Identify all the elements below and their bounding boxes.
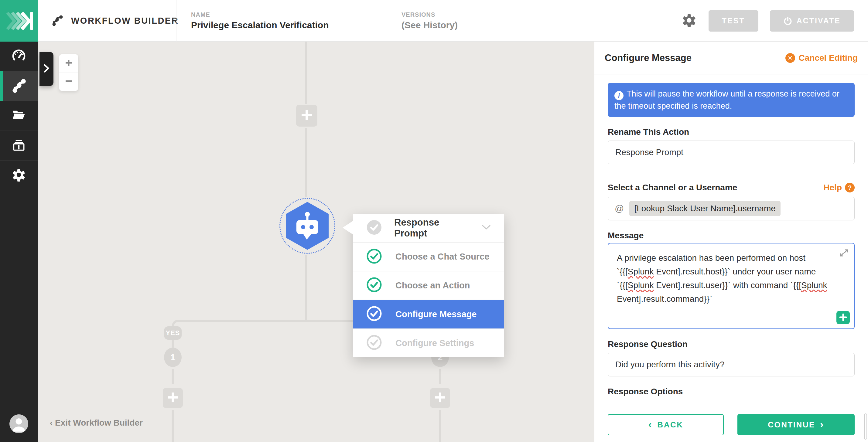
step-item-choose-an-action[interactable]: Choose an Action [353, 272, 504, 300]
gauge-icon [11, 48, 26, 65]
step-item-label: Configure Settings [396, 338, 474, 348]
workflow-builder-app: WORKFLOW BUILDER NAME Privilege Escalati… [0, 0, 868, 442]
sidebar-item-settings[interactable] [0, 161, 38, 190]
panel-body: iThis will pause the workflow until a re… [594, 83, 868, 435]
sidebar-item-dashboard[interactable] [0, 41, 38, 71]
response-options-label: Response Options [608, 387, 855, 397]
chevron-down-icon[interactable] [482, 225, 491, 231]
power-icon [783, 17, 793, 26]
step-menu-title: Response Prompt [394, 217, 469, 239]
back-button[interactable]: ‹ BACK [608, 414, 724, 435]
settings-gear-icon[interactable] [681, 12, 697, 29]
cancel-editing-label: Cancel Editing [799, 53, 858, 63]
zoom-out-button[interactable] [59, 73, 78, 91]
response-prompt-node[interactable] [279, 198, 335, 254]
plus-icon [839, 313, 847, 322]
rename-action-label: Rename This Action [608, 127, 855, 137]
canvas-zoom-controls [59, 54, 78, 91]
step-done-icon [366, 277, 382, 294]
response-question-input[interactable] [608, 353, 855, 376]
minus-icon [65, 77, 72, 86]
popup-pointer [343, 221, 353, 235]
step-item-configure-message[interactable]: Configure Message [353, 300, 504, 329]
folder-icon [11, 107, 27, 124]
panel-scrollbar-thumb[interactable] [864, 413, 867, 440]
brand-logo[interactable] [0, 0, 38, 41]
pause-info-banner: iThis will pause the workflow until a re… [608, 83, 855, 117]
plus-icon [167, 391, 179, 404]
step-item-label: Choose an Action [396, 281, 470, 290]
activate-button[interactable]: ACTIVATE [770, 10, 854, 32]
brand-chevrons-icon [0, 0, 38, 41]
step-item-label: Choose a Chat Source [396, 252, 489, 262]
step-item-configure-settings[interactable]: Configure Settings [353, 329, 504, 357]
versions-label: VERSIONS [402, 11, 458, 18]
help-question-icon: ? [845, 183, 855, 192]
sidebar-item-plugins[interactable] [0, 101, 38, 131]
help-link[interactable]: Help ? [824, 183, 855, 192]
branch-node-1[interactable]: 1 [164, 348, 182, 367]
step-item-choose-chat-source[interactable]: Choose a Chat Source [353, 243, 504, 272]
branch-label-yes: YES [164, 326, 182, 340]
plus-icon [301, 109, 313, 122]
back-button-label: BACK [657, 420, 683, 430]
channel-username-input[interactable]: @ [Lookup Slack User Name].username [608, 197, 855, 220]
response-question-label: Response Question [608, 339, 855, 349]
help-label: Help [824, 183, 842, 192]
add-step-button-no-branch[interactable] [430, 388, 450, 408]
test-button[interactable]: TEST [709, 10, 758, 32]
panel-title: Configure Message [605, 53, 691, 63]
sidebar-item-jobs[interactable] [0, 131, 38, 161]
continue-button[interactable]: CONTINUE › [737, 414, 855, 435]
continue-button-label: CONTINUE [768, 420, 815, 430]
message-text: A privilege escalation has been performe… [617, 253, 827, 303]
add-step-button-top[interactable] [296, 105, 317, 127]
plus-icon [65, 59, 72, 68]
name-label: NAME [191, 11, 329, 18]
exit-workflow-builder-link[interactable]: ‹ Exit Workflow Builder [50, 418, 143, 428]
jobs-icon [11, 137, 26, 154]
sidebar-item-workflows[interactable] [0, 71, 38, 101]
section-divider [608, 176, 855, 176]
workflow-name-field: NAME Privilege Escalation Verification [191, 0, 329, 41]
activate-button-label: ACTIVATE [797, 17, 841, 25]
chevron-right-icon: › [820, 419, 824, 429]
step-done-icon [366, 248, 382, 265]
chatbot-hexagon-icon[interactable] [286, 202, 329, 250]
step-check-icon [366, 219, 382, 236]
zoom-in-button[interactable] [59, 54, 78, 73]
user-avatar[interactable] [9, 414, 28, 433]
banner-text: This will pause the workflow until a res… [614, 89, 839, 110]
add-variable-button[interactable] [836, 311, 850, 324]
sidebar-expand-tab[interactable] [39, 52, 54, 86]
workflow-name: Privilege Escalation Verification [191, 20, 329, 30]
step-disabled-icon [366, 335, 382, 351]
chevron-left-icon: ‹ [648, 419, 653, 429]
top-bar: WORKFLOW BUILDER NAME Privilege Escalati… [0, 0, 868, 41]
at-sign: @ [615, 203, 624, 214]
rename-action-input[interactable] [608, 140, 855, 164]
info-icon: i [614, 91, 623, 100]
add-step-button-yes-branch[interactable] [163, 388, 183, 408]
see-history-link[interactable]: (See History) [402, 20, 458, 30]
topbar-divider [176, 0, 177, 41]
message-label: Message [608, 231, 855, 241]
message-textarea[interactable]: A privilege escalation has been performe… [608, 243, 855, 329]
step-active-icon [366, 306, 382, 323]
expand-icon[interactable] [839, 248, 849, 262]
app-title: WORKFLOW BUILDER [71, 16, 179, 26]
step-menu-header[interactable]: Response Prompt [353, 214, 504, 243]
step-item-label: Configure Message [396, 309, 477, 319]
plus-icon [434, 391, 446, 404]
channel-username-label: Select a Channel or a Username [608, 183, 737, 192]
sidebar-account[interactable] [0, 405, 38, 442]
workflow-builder-icon [52, 14, 63, 27]
versions-field: VERSIONS (See History) [402, 0, 458, 41]
panel-header: Configure Message ✕ Cancel Editing [594, 41, 868, 74]
cancel-x-icon: ✕ [785, 53, 795, 63]
step-menu-popup: Response Prompt Choose a Chat Source [353, 214, 504, 357]
channel-token-pill[interactable]: [Lookup Slack User Name].username [629, 201, 780, 216]
cancel-editing-link[interactable]: ✕ Cancel Editing [785, 53, 858, 63]
test-button-label: TEST [722, 17, 745, 25]
workflow-canvas[interactable]: YES 1 2 [38, 41, 594, 442]
